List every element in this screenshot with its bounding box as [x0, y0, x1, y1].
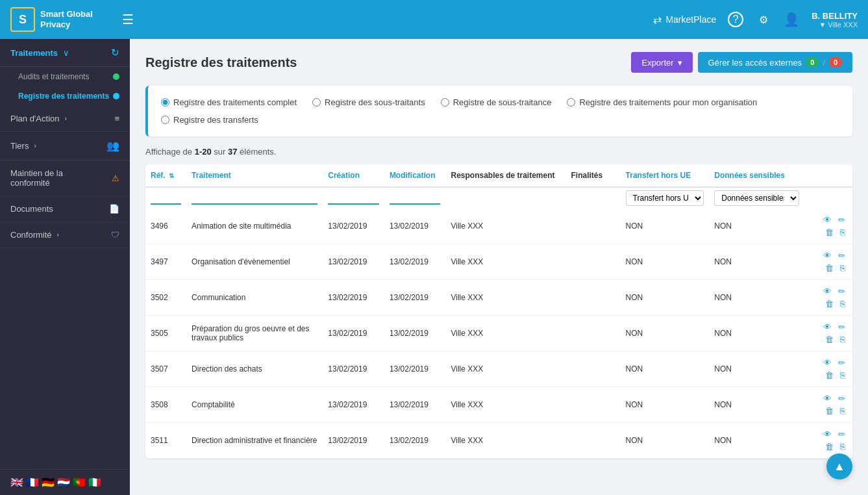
action-row-top: 👁 ✏: [821, 393, 847, 404]
view-button[interactable]: 👁: [821, 429, 834, 440]
affichage-sur: sur: [212, 147, 228, 157]
edit-button[interactable]: ✏: [836, 429, 847, 440]
cell-responsable: Ville XXX: [445, 387, 565, 423]
action-row-bottom: 🗑 ⎘: [823, 227, 847, 238]
table-header-row: Réf. ⇅ Traitement Création Modification …: [145, 164, 852, 187]
cell-responsable: Ville XXX: [445, 209, 565, 244]
cell-responsable: Ville XXX: [445, 423, 565, 459]
filter-donnees[interactable]: Données sensibles OUI NON: [709, 187, 804, 209]
action-icons: 👁 ✏ 🗑 ⎘: [810, 322, 847, 345]
action-icons: 👁 ✏ 🗑 ⎘: [810, 357, 847, 381]
cell-transfert: NON: [621, 316, 710, 351]
sort-icon-ref[interactable]: ⇅: [169, 172, 174, 179]
edit-button[interactable]: ✏: [836, 357, 847, 368]
flag-en[interactable]: 🇬🇧: [10, 476, 23, 489]
view-button[interactable]: 👁: [821, 214, 834, 225]
filter-ref[interactable]: [145, 187, 186, 209]
filter-transfert-select[interactable]: Transfert hors UE OUI NON: [626, 190, 704, 206]
delete-button[interactable]: 🗑: [823, 262, 836, 273]
logo[interactable]: S Smart GlobalPrivacy: [10, 7, 114, 32]
copy-button[interactable]: ⎘: [838, 370, 847, 381]
radio-complet[interactable]: Registre des traitements complet: [161, 97, 297, 107]
sidebar-item-plan[interactable]: Plan d'Action › ≡: [0, 106, 130, 132]
copy-button[interactable]: ⎘: [838, 262, 847, 273]
col-transfert[interactable]: Transfert hors UE: [621, 164, 710, 187]
view-button[interactable]: 👁: [821, 286, 834, 297]
flag-pt[interactable]: 🇵🇹: [73, 476, 86, 489]
filter-transfert[interactable]: Transfert hors UE OUI NON: [621, 187, 710, 209]
filter-creation-input[interactable]: [328, 192, 379, 205]
cell-donnees: NON: [709, 387, 804, 423]
delete-button[interactable]: 🗑: [823, 370, 836, 381]
radio-sous-traitants[interactable]: Registre des sous-traitants: [312, 97, 425, 107]
edit-button[interactable]: ✏: [836, 322, 847, 333]
sidebar-item-documents[interactable]: Documents 📄: [0, 196, 130, 222]
flag-de[interactable]: 🇩🇪: [42, 476, 55, 489]
delete-button[interactable]: 🗑: [823, 405, 836, 416]
cell-traitement: Direction des achats: [186, 351, 323, 387]
flag-fr[interactable]: 🇫🇷: [26, 476, 39, 489]
filter-donnees-select[interactable]: Données sensibles OUI NON: [714, 190, 799, 206]
traitements-refresh-icon: ↻: [111, 47, 119, 58]
view-button[interactable]: 👁: [821, 250, 834, 261]
table-row: 3497 Organisation d'évènementiel 13/02/2…: [145, 244, 852, 280]
export-button[interactable]: Exporter ▾: [631, 52, 692, 73]
user-icon[interactable]: 👤: [784, 12, 800, 27]
filter-traitement-input[interactable]: [192, 192, 317, 205]
filter-ref-input[interactable]: [151, 192, 181, 205]
marketplace-button[interactable]: ⇄ MarketPlace: [653, 14, 716, 26]
filter-modification-input[interactable]: [390, 192, 441, 205]
sidebar-item-tiers[interactable]: Tiers › 👥: [0, 132, 130, 160]
col-finalites: Finalités: [566, 164, 621, 187]
flag-nl[interactable]: 🇳🇱: [57, 476, 70, 489]
view-button[interactable]: 👁: [821, 322, 834, 333]
page-title: Registre des traitements: [145, 55, 297, 70]
edit-button[interactable]: ✏: [836, 214, 847, 225]
col-traitement[interactable]: Traitement: [186, 164, 323, 187]
filter-creation[interactable]: [323, 187, 384, 209]
copy-button[interactable]: ⎘: [838, 298, 847, 309]
sidebar-item-maintien[interactable]: Maintien de laconformité ⚠: [0, 160, 130, 196]
edit-button[interactable]: ✏: [836, 250, 847, 261]
copy-button[interactable]: ⎘: [838, 441, 847, 452]
user-info[interactable]: B. BELLITY ▼ Ville XXX: [812, 11, 858, 29]
edit-button[interactable]: ✏: [836, 393, 847, 404]
filter-modification[interactable]: [384, 187, 446, 209]
cell-donnees: NON: [709, 280, 804, 316]
copy-button[interactable]: ⎘: [838, 227, 847, 238]
flag-it[interactable]: 🇮🇹: [88, 476, 101, 489]
scroll-to-top-button[interactable]: ▲: [826, 453, 852, 479]
help-icon[interactable]: ?: [728, 12, 743, 27]
copy-button[interactable]: ⎘: [838, 405, 847, 416]
sidebar-item-audits[interactable]: Audits et traitements: [0, 67, 130, 86]
col-creation[interactable]: Création: [323, 164, 384, 187]
logo-text: Smart GlobalPrivacy: [40, 9, 93, 29]
cell-donnees: NON: [709, 423, 804, 459]
sidebar-item-registre[interactable]: Registre des traitements: [0, 86, 130, 106]
topnav: S Smart GlobalPrivacy ☰ ⇄ MarketPlace ? …: [0, 0, 868, 39]
col-modification[interactable]: Modification: [384, 164, 446, 187]
radio-transferts[interactable]: Registre des transferts: [161, 115, 839, 125]
radio-organisation[interactable]: Registre des traitements pour mon organi…: [567, 97, 757, 107]
copy-button[interactable]: ⎘: [838, 334, 847, 345]
sidebar-item-traitements[interactable]: Traitements ∨ ↻: [0, 39, 130, 67]
delete-button[interactable]: 🗑: [823, 334, 836, 345]
radio-sous-traitance[interactable]: Registre de sous-traitance: [441, 97, 552, 107]
cell-creation: 13/02/2019: [323, 209, 384, 244]
sidebar-item-conformite[interactable]: Conformité › 🛡: [0, 222, 130, 248]
view-button[interactable]: 👁: [821, 357, 834, 368]
settings-icon[interactable]: ⚙: [759, 14, 768, 26]
col-donnees[interactable]: Données sensibles: [709, 164, 804, 187]
username: B. BELLITY: [812, 11, 858, 21]
manage-access-button[interactable]: Gérer les accès externes 0 / 0: [698, 52, 852, 73]
data-table: Réf. ⇅ Traitement Création Modification …: [145, 164, 852, 459]
delete-button[interactable]: 🗑: [823, 298, 836, 309]
delete-button[interactable]: 🗑: [823, 227, 836, 238]
hamburger-icon[interactable]: ☰: [122, 12, 134, 27]
affichage-range: 1-20: [195, 147, 212, 157]
delete-button[interactable]: 🗑: [823, 441, 836, 452]
action-row-bottom: 🗑 ⎘: [823, 262, 847, 273]
edit-button[interactable]: ✏: [836, 286, 847, 297]
view-button[interactable]: 👁: [821, 393, 834, 404]
filter-traitement[interactable]: [186, 187, 323, 209]
